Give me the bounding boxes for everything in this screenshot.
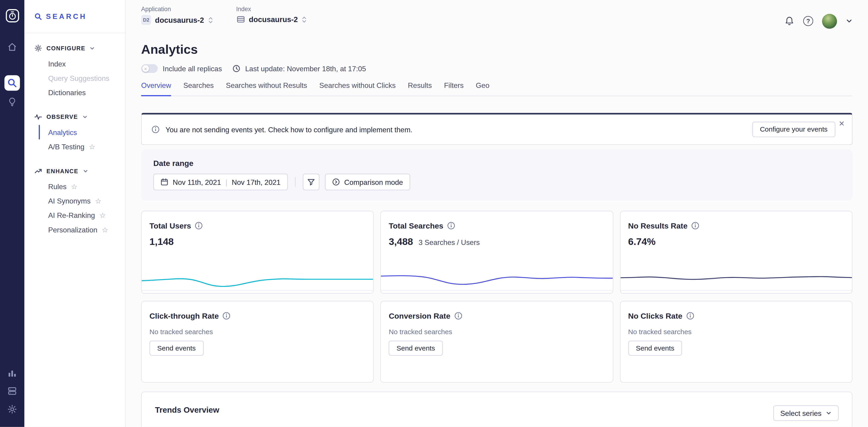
search-icon: [34, 12, 42, 20]
application-value: docusaurus-2: [155, 16, 204, 24]
chevron-down-icon: [83, 168, 88, 173]
index-selector[interactable]: docusaurus-2: [236, 15, 307, 24]
include-replicas-toggle[interactable]: ✕: [141, 64, 158, 73]
info-icon[interactable]: [223, 312, 230, 320]
sidebar-item-ab-testing[interactable]: A/B Testing☆: [24, 139, 125, 154]
tab-results[interactable]: Results: [408, 81, 432, 96]
notifications-bell-icon[interactable]: [784, 16, 795, 26]
star-icon: ☆: [102, 226, 108, 233]
search-product-logo[interactable]: SEARCH: [24, 0, 125, 33]
sidebar-item-dictionaries[interactable]: Dictionaries: [24, 85, 125, 99]
trends-overview-title: Trends Overview: [155, 405, 219, 414]
star-icon: ☆: [89, 143, 95, 150]
index-table-icon: [236, 15, 245, 24]
stat-card-no-results-rate: No Results Rate 6.74%: [620, 211, 852, 294]
no-tracked-searches-text: No tracked searches: [628, 328, 844, 336]
info-icon[interactable]: [447, 222, 455, 229]
stat-cards-row: Total Users 1,148 Total Searches 3,488 3…: [141, 211, 852, 294]
sidebar-item-index[interactable]: Index: [24, 57, 125, 71]
sidebar-item-rules[interactable]: Rules☆: [24, 179, 125, 194]
filter-button[interactable]: [303, 174, 319, 190]
card-header: Click-through Rate: [150, 311, 365, 320]
star-icon: ☆: [99, 211, 106, 219]
chevron-down-icon: [82, 114, 87, 119]
stat-subtext: 3 Searches / Users: [418, 238, 480, 247]
star-icon: ☆: [71, 183, 78, 190]
tab-geo[interactable]: Geo: [476, 81, 490, 96]
card-title: Click-through Rate: [150, 311, 219, 320]
sidebar-item-ai-synonyms[interactable]: AI Synonyms☆: [24, 194, 125, 208]
send-events-button[interactable]: Send events: [389, 341, 443, 356]
last-update-text: Last update: November 18th, at 17:05: [245, 64, 366, 73]
data-sources-icon[interactable]: [4, 383, 20, 399]
toggle-knob: ✕: [142, 65, 149, 72]
search-product-icon[interactable]: [4, 75, 20, 91]
avatar[interactable]: [822, 14, 837, 29]
close-icon[interactable]: ✕: [839, 120, 845, 127]
algolia-logo-icon[interactable]: [5, 9, 19, 23]
usage-chart-icon[interactable]: [4, 365, 20, 381]
sidebar: SEARCH CONFIGURE Index Query Suggestions…: [24, 0, 126, 427]
events-banner: You are not sending events yet. Check ho…: [141, 113, 852, 145]
info-icon[interactable]: [454, 312, 462, 320]
sidebar-item-analytics[interactable]: Analytics: [39, 125, 125, 139]
product-rail: [0, 0, 24, 427]
card-header: Total Users: [150, 221, 365, 230]
topbar: Application D2 docusaurus-2 Index docusa…: [141, 0, 852, 33]
stat-value: 6.74%: [628, 236, 656, 248]
send-events-button[interactable]: Send events: [150, 341, 204, 356]
calendar-icon: [161, 178, 168, 186]
home-icon[interactable]: [4, 39, 20, 55]
select-series-button[interactable]: Select series: [773, 405, 839, 421]
search-product-logo-text: SEARCH: [46, 12, 87, 20]
comparison-mode-button[interactable]: Comparison mode: [325, 174, 410, 190]
info-icon[interactable]: [686, 312, 694, 320]
sidebar-section-observe: OBSERVE Analytics A/B Testing☆: [24, 108, 125, 154]
section-header-configure[interactable]: CONFIGURE: [24, 40, 125, 57]
tab-filters[interactable]: Filters: [444, 81, 464, 96]
chevron-down-icon[interactable]: [846, 18, 852, 24]
configure-events-button[interactable]: Configure your events: [752, 122, 835, 137]
date-range-picker-button[interactable]: Nov 11th, 2021 | Nov 17th, 2021: [153, 174, 288, 190]
clock-icon: [232, 65, 240, 72]
sidebar-item-query-suggestions[interactable]: Query Suggestions: [24, 71, 125, 85]
date-range-panel: Date range Nov 11th, 2021 | Nov 17th, 20…: [141, 149, 852, 201]
sidebar-item-ai-re-ranking[interactable]: AI Re-Ranking☆: [24, 208, 125, 222]
tab-overview[interactable]: Overview: [141, 81, 171, 96]
banner-message: You are not sending events yet. Check ho…: [166, 125, 412, 133]
topbar-right: ?: [784, 10, 852, 32]
help-icon[interactable]: ?: [803, 16, 813, 26]
stat-value-row: 3,488 3 Searches / Users: [389, 236, 605, 248]
card-conversion-rate: Conversion Rate No tracked searches Send…: [380, 301, 613, 383]
application-selector-group: Application D2 docusaurus-2: [141, 5, 213, 25]
section-header-observe[interactable]: OBSERVE: [24, 108, 125, 125]
info-icon[interactable]: [691, 222, 699, 229]
tab-searches-without-results[interactable]: Searches without Results: [226, 81, 307, 96]
vertical-divider: [295, 177, 296, 187]
section-header-enhance[interactable]: ENHANCE: [24, 163, 125, 179]
section-label: CONFIGURE: [46, 45, 86, 52]
trending-up-icon: [34, 167, 42, 175]
card-title: Total Users: [150, 221, 191, 230]
sidebar-section-enhance: ENHANCE Rules☆ AI Synonyms☆ AI Re-Rankin…: [24, 163, 125, 237]
page-meta-row: ✕ Include all replicas Last update: Nove…: [141, 64, 852, 73]
gear-icon: [34, 44, 42, 52]
send-events-button[interactable]: Send events: [628, 341, 682, 356]
tab-searches[interactable]: Searches: [183, 81, 214, 96]
stat-card-total-searches: Total Searches 3,488 3 Searches / Users: [380, 211, 613, 294]
info-icon[interactable]: [195, 222, 203, 229]
section-label: ENHANCE: [46, 167, 79, 174]
tab-searches-without-clicks[interactable]: Searches without Clicks: [319, 81, 396, 96]
event-cards-row: Click-through Rate No tracked searches S…: [141, 301, 852, 383]
sidebar-item-label: AI Re-Ranking: [48, 211, 95, 219]
date-range-title: Date range: [153, 159, 840, 167]
section-label: OBSERVE: [46, 113, 78, 120]
settings-gear-icon[interactable]: [4, 401, 20, 417]
card-header: Total Searches: [389, 221, 605, 230]
sidebar-item-personalization[interactable]: Personalization☆: [24, 222, 125, 237]
sidebar-nav: CONFIGURE Index Query Suggestions Dictio…: [24, 33, 125, 237]
rail-bottom-group: [4, 365, 20, 417]
recommend-icon[interactable]: [4, 94, 20, 109]
index-selector-group: Index docusaurus-2: [236, 5, 307, 24]
application-selector[interactable]: D2 docusaurus-2: [141, 15, 213, 25]
